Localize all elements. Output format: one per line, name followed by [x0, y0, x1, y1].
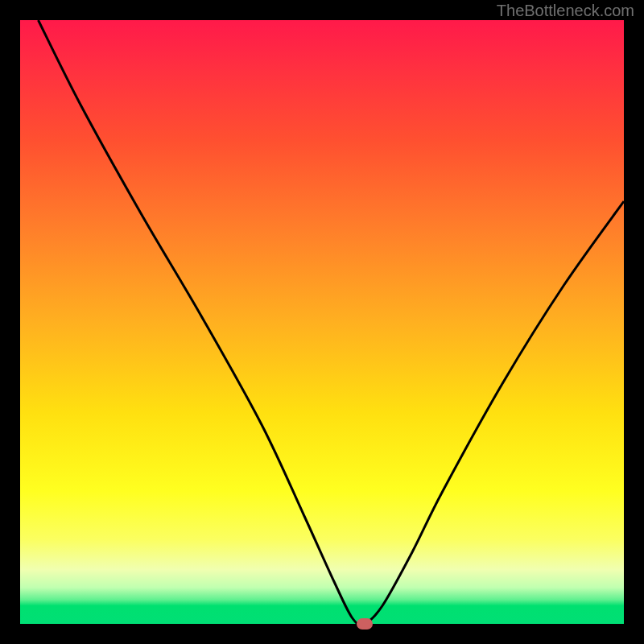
bottleneck-curve [20, 20, 624, 624]
chart-plot-area [20, 20, 624, 624]
watermark-text: TheBottleneck.com [497, 2, 634, 20]
optimal-point-marker [357, 618, 373, 630]
